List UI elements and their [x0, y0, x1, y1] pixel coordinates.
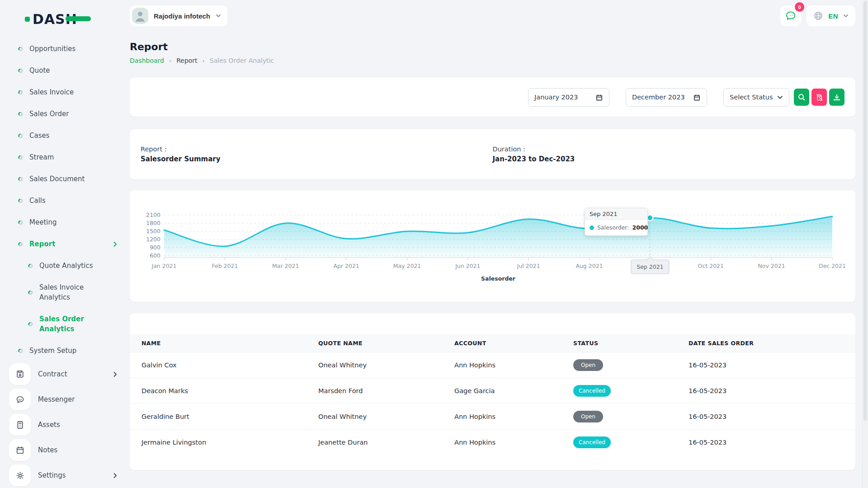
- cell-account: Ann Hopkins: [443, 430, 561, 455]
- company-name: Rajodiya infotech: [154, 12, 210, 20]
- cell-name: Deacon Marks: [130, 378, 307, 404]
- search-icon: [797, 93, 806, 101]
- status-badge: Open: [573, 411, 603, 422]
- cell-name: Geraldine Burt: [130, 404, 307, 430]
- gear-icon: [9, 465, 31, 486]
- chat-icon: [9, 389, 31, 410]
- chevron-right-icon: [113, 371, 117, 377]
- sidebar-item-label: Sales Order Analytics: [39, 314, 107, 334]
- floppy-icon: [9, 363, 31, 385]
- series-dot-icon: [590, 225, 594, 230]
- company-dropdown[interactable]: Rajodiya infotech: [130, 5, 227, 26]
- svg-text:Aug 2021: Aug 2021: [576, 263, 603, 269]
- chevron-down-icon: [843, 14, 849, 18]
- sidebar-item-opportunities[interactable]: Opportunities: [0, 38, 129, 60]
- cell-quote-name: Oneal Whitney: [307, 404, 443, 430]
- status-select[interactable]: Select Status: [723, 88, 789, 107]
- cell-date: 16-05-2023: [677, 378, 855, 404]
- breadcrumb-separator: ›: [169, 57, 171, 64]
- bullet-icon: [18, 112, 23, 117]
- tooltip-series-label: Salesorder:: [597, 224, 629, 231]
- salesorder-chart-card: 2100180015001200900600Jan 2021Feb 2021Ma…: [130, 190, 855, 302]
- page-title: Report: [130, 41, 855, 52]
- breadcrumb-separator: ›: [203, 57, 205, 64]
- svg-text:Jan 2021: Jan 2021: [151, 263, 176, 269]
- report-value: Salesorder Summary: [141, 155, 493, 163]
- search-button[interactable]: [794, 89, 809, 106]
- svg-text:Dec 2021: Dec 2021: [819, 263, 846, 269]
- sidebar-item-settings[interactable]: Settings: [0, 463, 129, 488]
- download-button[interactable]: [829, 89, 844, 106]
- scrollbar-thumb[interactable]: [863, 1, 867, 421]
- sidebar-item-label: Contract: [38, 369, 67, 379]
- cell-name: Jermaine Livingston: [130, 430, 307, 455]
- sidebar-item-notes[interactable]: Notes: [0, 437, 129, 463]
- sidebar-item-meeting[interactable]: Meeting: [0, 211, 129, 233]
- sidebar-item-sales-invoice[interactable]: Sales Invoice: [0, 81, 129, 103]
- column-header-date-sales-order: DATE SALES ORDER: [677, 334, 855, 352]
- sidebar-item-sales-order-analytics[interactable]: Sales Order Analytics: [0, 308, 129, 340]
- download-icon: [833, 93, 841, 101]
- sidebar-item-sales-invoice-analytics[interactable]: Sales Invoice Analytics: [0, 277, 129, 308]
- sidebar: DASH OpportunitiesQuoteSales InvoiceSale…: [0, 0, 129, 488]
- cell-quote-name: Oneal Whitney: [307, 352, 443, 378]
- breadcrumb-report[interactable]: Report: [176, 57, 197, 64]
- start-month-input[interactable]: January 2023: [528, 88, 609, 107]
- table-row: Jermaine LivingstonJeanette DuranAnn Hop…: [130, 430, 855, 455]
- reset-filter-button[interactable]: [811, 89, 827, 106]
- calendar-icon: [595, 94, 603, 101]
- report-summary: Report : Salesorder Summary Duration : J…: [130, 129, 855, 179]
- sidebar-item-assets[interactable]: Assets: [0, 412, 129, 437]
- sidebar-item-quote-analytics[interactable]: Quote Analytics: [0, 255, 129, 277]
- chat-bubble-icon: [785, 10, 797, 22]
- sidebar-item-label: Opportunities: [29, 44, 75, 54]
- file-slash-icon: [816, 94, 823, 101]
- svg-text:1500: 1500: [146, 228, 160, 235]
- sidebar-item-label: Quote: [29, 66, 50, 75]
- sidebar-item-system-setup[interactable]: System Setup: [0, 340, 129, 361]
- sidebar-item-messenger[interactable]: Messenger: [0, 387, 129, 412]
- sidebar-item-cases[interactable]: Cases: [0, 125, 129, 146]
- sidebar-item-label: Meeting: [29, 217, 57, 227]
- sidebar-item-label: Report: [29, 239, 55, 249]
- bullet-icon: [18, 220, 23, 225]
- sidebar-item-calls[interactable]: Calls: [0, 190, 129, 211]
- end-month-input[interactable]: December 2023: [626, 88, 707, 107]
- chevron-right-icon: [113, 241, 117, 247]
- salesorder-chart[interactable]: 2100180015001200900600Jan 2021Feb 2021Ma…: [141, 190, 850, 302]
- sidebar-item-stream[interactable]: Stream: [0, 146, 129, 168]
- cell-account: Gage Garcia: [443, 378, 561, 404]
- globe-icon: [813, 11, 823, 21]
- messages-button[interactable]: 0: [780, 5, 801, 26]
- svg-text:1800: 1800: [146, 220, 160, 226]
- svg-text:Jun 2021: Jun 2021: [455, 263, 480, 269]
- sidebar-item-label: Sales Invoice Analytics: [39, 282, 107, 302]
- sidebar-item-label: Sales Order: [29, 109, 69, 119]
- sidebar-item-sales-order[interactable]: Sales Order: [0, 103, 129, 125]
- sidebar-item-sales-document[interactable]: Sales Document: [0, 168, 129, 190]
- sidebar-item-quote[interactable]: Quote: [0, 60, 129, 81]
- table-row: Galvin CoxOneal WhitneyAnn HopkinsOpen16…: [130, 352, 855, 378]
- app-logo[interactable]: DASH: [33, 11, 77, 27]
- sidebar-item-report[interactable]: Report: [0, 233, 129, 255]
- status-badge: Open: [573, 359, 603, 371]
- breadcrumb-dashboard[interactable]: Dashboard: [130, 57, 164, 64]
- sidebar-item-contract[interactable]: Contract: [0, 361, 129, 387]
- chevron-down-icon: [216, 14, 221, 18]
- duration-label: Duration :: [493, 145, 845, 153]
- scrollbar[interactable]: [862, 0, 868, 488]
- bullet-icon: [28, 263, 33, 268]
- status-badge: Cancelled: [573, 436, 611, 448]
- bullet-icon: [28, 290, 33, 295]
- bullet-icon: [18, 198, 23, 203]
- table-row: Deacon MarksMarsden FordGage GarciaCance…: [130, 378, 855, 404]
- bullet-icon: [18, 90, 23, 95]
- sidebar-item-label: Assets: [38, 420, 60, 430]
- filter-bar: January 2023 December 2023 Select Status: [130, 78, 855, 117]
- cell-date: 16-05-2023: [677, 352, 855, 378]
- svg-text:600: 600: [150, 252, 160, 259]
- orders-table-card: NAMEQUOTE NAMEACCOUNTSTATUSDATE SALES OR…: [130, 313, 855, 470]
- status-badge: Cancelled: [573, 385, 611, 397]
- bullet-icon: [18, 177, 23, 182]
- language-dropdown[interactable]: EN: [807, 5, 855, 26]
